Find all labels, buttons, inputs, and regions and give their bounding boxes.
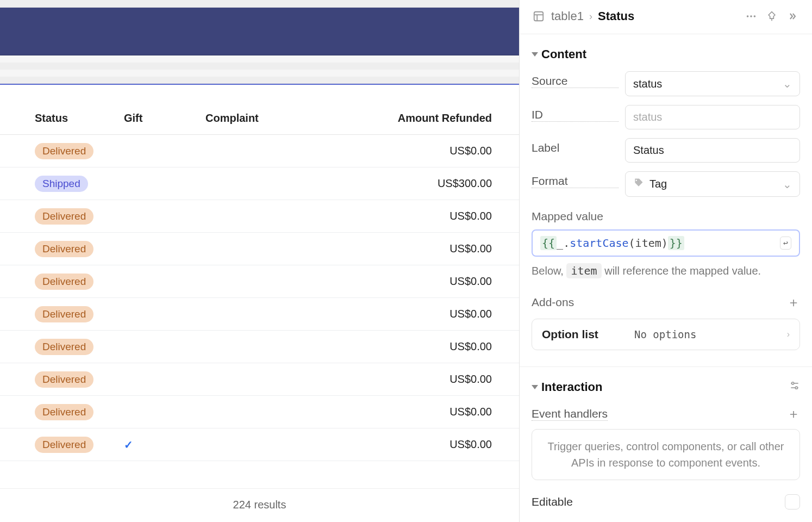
status-tag: Delivered — [35, 241, 93, 257]
amount-cell: US$0.00 — [352, 200, 519, 233]
source-select[interactable]: status ⌄ — [625, 71, 800, 96]
option-list-label: Option list — [542, 328, 623, 341]
top-ruler — [0, 0, 519, 8]
table-top-spacer — [0, 85, 519, 104]
svg-point-3 — [747, 15, 749, 17]
status-tag: Delivered — [35, 306, 93, 322]
source-value: status — [633, 78, 662, 90]
more-icon[interactable] — [744, 9, 759, 24]
tag-icon — [633, 177, 644, 191]
mapped-value-label: Mapped value — [532, 210, 800, 223]
table-row[interactable]: DeliveredUS$0.00 — [0, 135, 519, 167]
option-list-card[interactable]: Option list No options › — [532, 319, 800, 350]
inspector-body: Content Source status ⌄ ID status — [520, 34, 812, 522]
code-args: (item) — [629, 237, 668, 250]
amount-cell: US$0.00 — [352, 135, 519, 167]
amount-cell: US$0.00 — [352, 233, 519, 265]
breadcrumb-table[interactable]: table1 — [551, 9, 584, 23]
label-input[interactable]: Status — [625, 138, 800, 163]
status-tag: Delivered — [35, 437, 93, 453]
status-tag: Delivered — [35, 404, 93, 420]
section-divider — [520, 366, 812, 367]
addons-label: Add-ons — [532, 296, 574, 309]
editable-toggle[interactable] — [785, 494, 800, 509]
svg-point-5 — [754, 15, 756, 17]
collapse-icon[interactable] — [785, 9, 800, 24]
table-icon — [532, 9, 546, 23]
table-row[interactable]: DeliveredUS$0.00 — [0, 265, 519, 298]
section-content-label: Content — [541, 47, 586, 61]
chevron-right-icon: › — [589, 11, 592, 22]
canvas-grid-stripes — [0, 55, 519, 84]
caret-down-icon — [532, 52, 538, 57]
svg-rect-0 — [534, 12, 544, 21]
table-row[interactable]: DeliveredUS$0.00 — [0, 200, 519, 233]
amount-cell: US$0.00 — [352, 396, 519, 428]
id-input[interactable]: status — [625, 105, 800, 129]
column-amount-refunded[interactable]: Amount Refunded — [352, 104, 519, 135]
code-fn: startCase — [570, 237, 628, 250]
label-value: Status — [633, 144, 664, 157]
caret-down-icon — [532, 385, 538, 389]
code-close: }} — [668, 236, 684, 250]
inspector-panel: table1 › Status Content Source — [519, 0, 812, 522]
main-canvas: Status Gift Complaint Amount Refunded De… — [0, 0, 519, 522]
chevron-down-icon: ⌄ — [783, 178, 792, 191]
hint-code: item — [566, 263, 601, 278]
canvas-header-dark — [0, 8, 519, 55]
table-row[interactable]: DeliveredUS$0.00 — [0, 396, 519, 428]
svg-point-4 — [750, 15, 752, 17]
table-row[interactable]: ShippedUS$300.00 — [0, 167, 519, 200]
option-list-value: No options — [634, 328, 696, 340]
editable-label: Editable — [532, 495, 573, 508]
status-tag: Shipped — [35, 176, 88, 192]
column-gift[interactable]: Gift — [118, 104, 200, 135]
chevron-right-icon: › — [787, 330, 790, 339]
data-table: Status Gift Complaint Amount Refunded De… — [0, 104, 519, 461]
status-tag: Delivered — [35, 339, 93, 355]
amount-cell: US$0.00 — [352, 363, 519, 396]
format-label: Format — [532, 171, 619, 188]
amount-cell: US$0.00 — [352, 428, 519, 461]
add-event-handler-button[interactable]: ＋ — [787, 405, 800, 422]
section-content[interactable]: Content — [532, 47, 800, 61]
amount-cell: US$300.00 — [352, 167, 519, 200]
status-tag: Delivered — [35, 371, 93, 388]
code-prefix: _. — [557, 237, 570, 250]
check-icon: ✓ — [124, 439, 133, 451]
event-handlers-label: Event handlers — [532, 407, 608, 421]
table-row[interactable]: Delivered✓US$0.00 — [0, 428, 519, 461]
code-open: {{ — [540, 236, 557, 250]
inspector-header: table1 › Status — [520, 0, 812, 34]
format-select[interactable]: Tag ⌄ — [625, 171, 800, 197]
event-handlers-placeholder[interactable]: Trigger queries, control components, or … — [532, 429, 800, 480]
status-tag: Delivered — [35, 274, 93, 290]
pin-icon[interactable] — [764, 9, 779, 24]
id-placeholder: status — [633, 111, 662, 123]
table-row[interactable]: DeliveredUS$0.00 — [0, 298, 519, 331]
table-container: Status Gift Complaint Amount Refunded De… — [0, 104, 519, 488]
mapped-value-input[interactable]: {{ _.startCase(item) }} ↩ — [532, 229, 800, 257]
column-complaint[interactable]: Complaint — [200, 104, 352, 135]
add-addon-button[interactable]: ＋ — [787, 294, 800, 311]
table-row[interactable]: DeliveredUS$0.00 — [0, 331, 519, 363]
table-row[interactable]: DeliveredUS$0.00 — [0, 363, 519, 396]
source-label: Source — [532, 71, 619, 88]
chevron-down-icon: ⌄ — [783, 77, 792, 90]
settings-icon[interactable] — [789, 380, 800, 394]
status-tag: Delivered — [35, 143, 93, 159]
column-status[interactable]: Status — [29, 104, 118, 135]
section-interaction[interactable]: Interaction — [532, 380, 800, 394]
table-row[interactable]: DeliveredUS$0.00 — [0, 233, 519, 265]
svg-point-8 — [792, 382, 794, 384]
breadcrumb-column: Status — [598, 9, 634, 23]
amount-cell: US$0.00 — [352, 331, 519, 363]
mapped-value-hint: Below, item will reference the mapped va… — [532, 264, 800, 277]
amount-cell: US$0.00 — [352, 265, 519, 298]
format-value: Tag — [649, 178, 667, 190]
section-interaction-label: Interaction — [541, 380, 602, 394]
revert-icon[interactable]: ↩ — [780, 237, 791, 250]
status-tag: Delivered — [35, 208, 93, 225]
label-label: Label — [532, 138, 619, 154]
column-edge — [0, 104, 29, 135]
